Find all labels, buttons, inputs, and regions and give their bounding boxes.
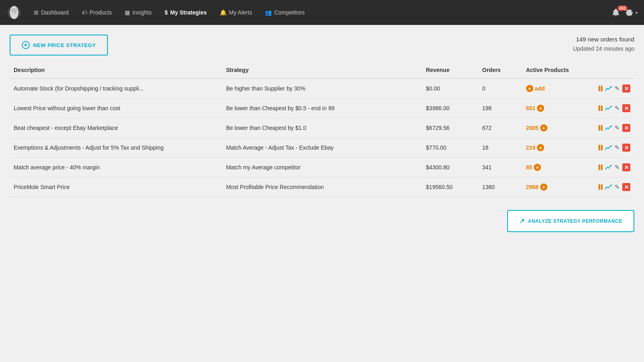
nav-dashboard[interactable]: ⊞ Dashboard [28, 6, 74, 19]
active-count: 85 [526, 164, 533, 171]
add-products-label[interactable]: add [535, 85, 545, 92]
cell-active-products[interactable]: 219 + [522, 138, 584, 158]
cell-active-products[interactable]: 85 + [522, 158, 584, 177]
delete-button[interactable]: ✕ [622, 84, 630, 93]
cell-actions: ✎ ✕ [584, 118, 634, 138]
svg-point-4 [14, 12, 17, 14]
delete-button[interactable]: ✕ [622, 163, 630, 171]
orders-info: 149 new orders found Updated 24 minutes … [573, 35, 634, 53]
edit-button[interactable]: ✎ [615, 85, 620, 92]
cell-active-products[interactable]: 651 + [522, 99, 584, 118]
navbar: ⊞ Dashboard 🏷 Products ▦ Insights $ My S… [0, 0, 644, 25]
cell-revenue: $3986.00 [422, 99, 478, 118]
active-count: 651 [526, 105, 535, 111]
orders-count: 149 new orders found [573, 35, 634, 44]
products-icon: 🏷 [82, 9, 87, 16]
col-header-strategy: Strategy [222, 62, 422, 78]
my-alerts-icon: 🔔 [220, 9, 227, 16]
cell-description: Lowest Price without going lower than co… [10, 99, 222, 118]
cell-active-products[interactable]: + add [522, 78, 584, 99]
pause-button[interactable] [599, 145, 603, 150]
logo [6, 5, 22, 20]
edit-button[interactable]: ✎ [615, 144, 620, 151]
analyze-icon: ↗ [519, 217, 525, 225]
nav-products[interactable]: 🏷 Products [76, 6, 118, 19]
table-row: Lowest Price without going lower than co… [10, 99, 634, 118]
svg-point-2 [11, 8, 17, 12]
col-header-revenue: Revenue [422, 62, 478, 78]
cell-description: Match average price - 40% margin [10, 158, 222, 177]
cell-actions: ✎ ✕ [584, 78, 634, 99]
trend-button[interactable] [605, 86, 612, 91]
pause-button[interactable] [599, 86, 603, 91]
delete-button[interactable]: ✕ [622, 124, 630, 132]
table-row: Beat cheapest - except Ebay MarketplaceB… [10, 118, 634, 138]
delete-button[interactable]: ✕ [622, 104, 630, 112]
add-more-products-icon[interactable]: + [540, 183, 547, 191]
cell-actions: ✎ ✕ [584, 138, 634, 158]
settings-chevron-icon: ▾ [636, 10, 638, 15]
table-row: Exemptions & Adjustments - Adjust for 5%… [10, 138, 634, 158]
insights-icon: ▦ [125, 9, 130, 16]
analyze-btn-container: ↗ ANALYZE STRATEGY PERFORMANCE [10, 210, 634, 232]
cell-revenue: $4300.80 [422, 158, 478, 177]
cell-actions: ✎ ✕ [584, 177, 634, 197]
cell-orders: 672 [478, 118, 522, 138]
cell-strategy: Match my Average competitor [222, 158, 422, 177]
pause-button[interactable] [599, 125, 603, 131]
trend-button[interactable] [605, 184, 612, 190]
edit-button[interactable]: ✎ [615, 105, 620, 112]
col-header-orders: Orders [478, 62, 522, 78]
cell-active-products[interactable]: 2005 + [522, 118, 584, 138]
edit-button[interactable]: ✎ [615, 183, 620, 191]
add-products-plus-icon[interactable]: + [526, 85, 533, 92]
trend-button[interactable] [605, 165, 612, 170]
cell-orders: 0 [478, 78, 522, 99]
active-count: 219 [526, 144, 535, 151]
add-more-products-icon[interactable]: + [537, 105, 544, 112]
cell-actions: ✎ ✕ [584, 99, 634, 118]
pause-button[interactable] [599, 165, 603, 170]
edit-button[interactable]: ✎ [615, 164, 620, 171]
notification-button[interactable]: 241 [611, 8, 620, 17]
cell-strategy: Match Average - Adjust Tax - Exclude Eba… [222, 138, 422, 158]
trend-button[interactable] [605, 125, 612, 131]
pause-button[interactable] [599, 184, 603, 190]
cell-orders: 198 [478, 99, 522, 118]
col-header-description: Description [10, 62, 222, 78]
active-count: 2005 [526, 125, 539, 131]
last-updated: Updated 24 minutes ago [573, 44, 634, 53]
trend-button[interactable] [605, 145, 612, 150]
svg-point-3 [12, 14, 14, 16]
cell-description: Exemptions & Adjustments - Adjust for 5%… [10, 138, 222, 158]
nav-my-alerts[interactable]: 🔔 My Alerts [214, 6, 258, 19]
cell-revenue: $770.00 [422, 138, 478, 158]
my-strategies-icon: $ [165, 9, 168, 16]
cell-active-products[interactable]: 2968 + [522, 177, 584, 197]
notification-badge: 241 [617, 6, 627, 11]
delete-button[interactable]: ✕ [622, 183, 630, 191]
strategies-table: Description Strategy Revenue Orders Acti… [10, 62, 634, 197]
nav-my-strategies[interactable]: $ My Strategies [159, 6, 213, 19]
add-more-products-icon[interactable]: + [537, 144, 544, 151]
edit-button[interactable]: ✎ [615, 124, 620, 132]
nav-insights[interactable]: ▦ Insights [119, 6, 157, 19]
cell-orders: 341 [478, 158, 522, 177]
cell-orders: 18 [478, 138, 522, 158]
cell-strategy: Be higher than Supplier by 30% [222, 78, 422, 99]
cell-revenue: $6729.56 [422, 118, 478, 138]
pause-button[interactable] [599, 105, 603, 111]
cell-description: Beat cheapest - except Ebay Marketplace [10, 118, 222, 138]
analyze-strategy-button[interactable]: ↗ ANALYZE STRATEGY PERFORMANCE [507, 210, 634, 232]
cell-description: PriceMole Smart Price [10, 177, 222, 197]
plus-circle-icon: + [22, 41, 30, 49]
cell-strategy: Be lower than Cheapest by $0.5 - end in … [222, 99, 422, 118]
add-more-products-icon[interactable]: + [534, 164, 541, 171]
nav-competitors[interactable]: 👥 Competitors [259, 6, 310, 19]
main-content: + NEW PRICE STRATEGY 149 new orders foun… [0, 25, 644, 362]
new-strategy-button[interactable]: + NEW PRICE STRATEGY [10, 35, 108, 56]
add-more-products-icon[interactable]: + [540, 124, 547, 132]
trend-button[interactable] [605, 105, 612, 111]
cell-revenue: $0.00 [422, 78, 478, 99]
delete-button[interactable]: ✕ [622, 144, 630, 152]
